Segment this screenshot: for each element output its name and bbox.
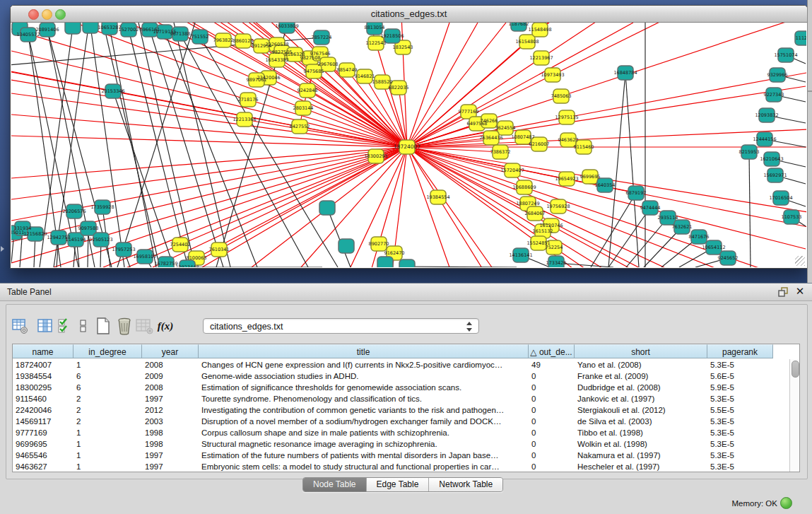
graph-node-label: 6822035 bbox=[389, 85, 409, 90]
resize-grip[interactable] bbox=[795, 256, 805, 266]
memory-status-indicator[interactable] bbox=[780, 497, 792, 509]
table-row[interactable]: 977716911998Corpus callosum shape and si… bbox=[13, 427, 790, 438]
table-row[interactable]: 2242004622012Investigating the contribut… bbox=[13, 404, 790, 416]
table-cell: 22420046 bbox=[13, 404, 73, 416]
network-graph: 1872400779638228860128891295422260538982… bbox=[11, 23, 806, 267]
graph-node-label: 7485063 bbox=[551, 93, 572, 99]
function-builder-icon[interactable]: f(x) bbox=[155, 316, 175, 336]
table-cell: 5.3E-5 bbox=[707, 438, 773, 450]
graph-node-label: 7254402 bbox=[170, 242, 191, 247]
column-header-title[interactable]: title bbox=[199, 344, 529, 358]
graph-node-label: 9227343 bbox=[764, 92, 784, 98]
row-height-icon[interactable] bbox=[73, 316, 93, 336]
graph-node[interactable] bbox=[65, 23, 81, 34]
table-selector-dropdown[interactable]: citations_edges.txt bbox=[203, 318, 479, 334]
table-body[interactable]: 1872400712008Changes of HCN gene express… bbox=[13, 359, 790, 472]
graph-node[interactable] bbox=[377, 257, 393, 267]
new-document-icon[interactable] bbox=[93, 316, 113, 336]
graph-node-label: 16154808 bbox=[515, 39, 539, 45]
graph-node-label: 15720407 bbox=[500, 168, 524, 173]
graph-node-label: 16033809 bbox=[275, 23, 298, 29]
node-table[interactable]: namein_degreeyeartitle△ out_de...shortpa… bbox=[12, 344, 800, 472]
table-cell: Estimation of significance thresholds fo… bbox=[199, 382, 529, 393]
table-panel-header[interactable]: Table Panel ✕ bbox=[0, 283, 812, 301]
graph-node[interactable] bbox=[339, 239, 354, 253]
tab-edge-table[interactable]: Edge Table bbox=[367, 478, 430, 491]
splitter-collapse-arrow[interactable] bbox=[1, 246, 4, 252]
graph-node-label: 16543382 bbox=[265, 57, 288, 63]
tab-network-table[interactable]: Network Table bbox=[429, 478, 502, 491]
graph-node-label: 7386372 bbox=[490, 149, 511, 155]
table-row[interactable]: 1872400712008Changes of HCN gene express… bbox=[13, 359, 790, 370]
table-cell: Genome-wide association studies in ADHD. bbox=[199, 370, 529, 382]
graph-node[interactable] bbox=[319, 201, 335, 215]
graph-node-label: 1832543 bbox=[393, 45, 413, 50]
graph-node[interactable] bbox=[399, 259, 415, 267]
table-selector-value: citations_edges.txt bbox=[210, 322, 283, 332]
table-cell: 2 bbox=[73, 416, 142, 427]
table-cell: Jankovic et al. (1997) bbox=[575, 393, 707, 404]
graph-node-label: 15692971 bbox=[763, 173, 787, 178]
graph-node-label: 12923448 bbox=[175, 264, 199, 267]
graph-node-label: 746266 bbox=[481, 118, 498, 124]
table-cell: 9115460 bbox=[13, 393, 73, 404]
table-cell: Stergiakouli et al. (2012) bbox=[575, 404, 707, 416]
close-panel-icon[interactable]: ✕ bbox=[794, 285, 806, 298]
column-header-short[interactable]: short bbox=[575, 344, 707, 358]
table-cell: 0 bbox=[529, 450, 575, 461]
graph-node-label: 16958107 bbox=[133, 254, 156, 259]
table-cell: 1997 bbox=[142, 393, 199, 404]
column-header-year[interactable]: year bbox=[142, 344, 199, 358]
table-row[interactable]: 1830029562008Estimation of significance … bbox=[13, 382, 790, 393]
graph-node-label: 10807487 bbox=[511, 134, 534, 140]
graph-node-label: 1122543 bbox=[366, 40, 387, 46]
table-panel: Table Panel ✕ bbox=[0, 283, 812, 514]
table-cell: 5.3E-5 bbox=[707, 427, 773, 438]
graph-node-label: 14136141 bbox=[509, 252, 532, 258]
graph-node-label: 9777169 bbox=[459, 109, 479, 115]
graph-node-label: 9146821 bbox=[355, 74, 375, 79]
table-row[interactable]: 946554611997Estimation of the future num… bbox=[13, 450, 790, 461]
network-canvas[interactable]: 1872400779638228860128891295422260538982… bbox=[11, 23, 806, 267]
scrollbar-thumb[interactable] bbox=[792, 361, 799, 378]
column-header-out_de[interactable]: △ out_de... bbox=[529, 344, 575, 358]
table-row[interactable]: 911546021997Tourette syndrome. Phenomeno… bbox=[13, 393, 790, 404]
graph-node-label: 2967608 bbox=[318, 62, 339, 67]
graph-node-label: 6879197 bbox=[626, 190, 647, 196]
select-rows-checks-icon[interactable] bbox=[55, 316, 75, 336]
column-header-name[interactable]: name bbox=[13, 344, 73, 358]
table-cell: 19384554 bbox=[13, 370, 73, 382]
graph-node-label: 12093832 bbox=[755, 112, 778, 118]
table-cell: 0 bbox=[529, 427, 575, 438]
table-cell: 2012 bbox=[142, 404, 199, 416]
table-row[interactable]: 969969511998Structural magnetic resonanc… bbox=[13, 438, 790, 450]
table-header-row: namein_degreeyeartitle△ out_de...shortpa… bbox=[13, 344, 799, 359]
graph-node-label: 2718176 bbox=[238, 97, 259, 103]
graph-node[interactable] bbox=[83, 23, 98, 33]
table-cell: 5.9E-5 bbox=[707, 382, 773, 393]
table-cell: 0 bbox=[529, 461, 575, 472]
graph-node-label: 7610341 bbox=[209, 247, 230, 252]
table-cell: 0 bbox=[529, 393, 575, 404]
table-row[interactable]: 1938455462009Genome-wide association stu… bbox=[13, 370, 790, 382]
window-titlebar[interactable]: citations_edges.txt bbox=[11, 6, 807, 23]
table-row[interactable]: 946362711997Embryonic stem cells: a mode… bbox=[13, 461, 790, 472]
graph-node-label: 20891406 bbox=[35, 27, 59, 33]
table-cell: 0 bbox=[529, 438, 575, 450]
table-cell: 1 bbox=[73, 461, 142, 472]
tab-node-table[interactable]: Node Table bbox=[303, 478, 367, 491]
mdi-desktop: citations_edges.txt 18724007796382288601… bbox=[0, 0, 812, 283]
table-settings-icon[interactable] bbox=[10, 316, 30, 336]
table-scrollbar[interactable] bbox=[789, 359, 799, 472]
table-cell: Changes of HCN gene expression and I(f) … bbox=[199, 359, 529, 370]
graph-node-label: 26364436 bbox=[479, 135, 502, 141]
table-row[interactable]: 1456911722003Disruption of a novel membe… bbox=[13, 416, 790, 427]
graph-node-label: 8471676 bbox=[689, 234, 710, 240]
table-cell: Investigating the contribution of common… bbox=[199, 404, 529, 416]
float-panel-icon[interactable] bbox=[777, 286, 789, 298]
network-window[interactable]: citations_edges.txt 18724007796382288601… bbox=[10, 5, 808, 269]
select-column-icon[interactable] bbox=[35, 316, 55, 336]
delete-trash-icon[interactable] bbox=[114, 316, 134, 336]
column-header-in_degree[interactable]: in_degree bbox=[73, 344, 142, 358]
column-header-pagerank[interactable]: pagerank bbox=[707, 344, 773, 358]
